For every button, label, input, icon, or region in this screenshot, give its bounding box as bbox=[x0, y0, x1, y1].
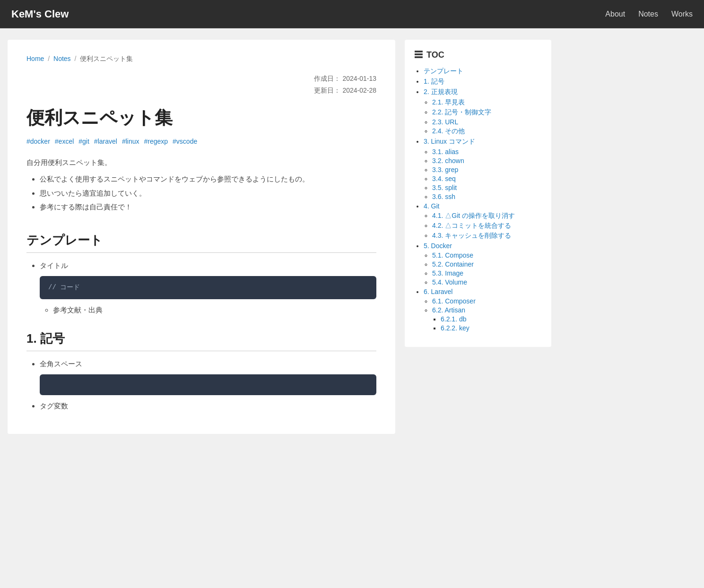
toc-sublist-linux: 3.1. alias 3.2. chown 3.3. grep 3.4. seq… bbox=[424, 148, 542, 200]
breadcrumb-sep-2: / bbox=[75, 55, 77, 62]
toc-title: ☰ TOC bbox=[414, 49, 542, 61]
breadcrumb-sep-1: / bbox=[48, 55, 50, 62]
content-card: Home / Notes / 便利スニペット集 作成日： 2024-01-13 … bbox=[8, 40, 395, 434]
tag-excel[interactable]: #excel bbox=[55, 138, 74, 145]
toc-link-laravel[interactable]: 6. Laravel bbox=[424, 288, 452, 295]
section-template-heading: テンプレート bbox=[26, 225, 376, 253]
created-label: 作成日： bbox=[314, 75, 340, 82]
toc-link-template[interactable]: テンプレート bbox=[424, 67, 463, 75]
desc-item-0: 公私でよく使用するスニペットやコマンドをウェブから参照できるようにしたもの。 bbox=[40, 173, 376, 185]
toc-list: テンプレート 1. 記号 2. 正規表現 2.1. 早見表 2.2. 記号・制御… bbox=[414, 67, 542, 332]
created-date: 作成日： 2024-01-13 bbox=[26, 73, 376, 85]
toc-item-laravel: 6. Laravel 6.1. Composer 6.2. Artisan 6.… bbox=[424, 288, 542, 332]
toc-link-docker-compose[interactable]: 5.1. Compose bbox=[432, 251, 473, 259]
kigo-item-1: タグ変数 bbox=[40, 400, 376, 412]
toc-link-laravel-composer[interactable]: 6.1. Composer bbox=[432, 297, 476, 305]
toc-link-linux-ssh[interactable]: 3.6. ssh bbox=[432, 193, 455, 200]
toc-sidebar: ☰ TOC テンプレート 1. 記号 2. 正規表現 2.1. 早見表 2.2.… bbox=[405, 40, 551, 347]
toc-item-kigo: 1. 記号 bbox=[424, 78, 542, 86]
toc-link-linux[interactable]: 3. Linux コマンド bbox=[424, 138, 475, 145]
page-title: 便利スニペット集 bbox=[26, 106, 376, 130]
tags-container: #docker #excel #git #laravel #linux #reg… bbox=[26, 138, 376, 145]
kigo-code-block bbox=[40, 374, 376, 395]
section-kigo-heading: 1. 記号 bbox=[26, 323, 376, 351]
toc-link-linux-split[interactable]: 3.5. split bbox=[432, 184, 457, 191]
toc-link-docker-container[interactable]: 5.2. Container bbox=[432, 260, 474, 268]
toc-sublist-git: 4.1. △Git の操作を取り消す 4.2. △コミットを統合する 4.3. … bbox=[424, 212, 542, 240]
updated-value: 2024-02-28 bbox=[342, 86, 376, 94]
toc-sublist-docker: 5.1. Compose 5.2. Container 5.3. Image 5… bbox=[424, 251, 542, 286]
section-template-list: タイトル // コード 参考文献・出典 bbox=[26, 259, 376, 316]
toc-sublist-laravel: 6.1. Composer 6.2. Artisan 6.2.1. db 6.2… bbox=[424, 297, 542, 332]
toc-item-linux: 3. Linux コマンド 3.1. alias 3.2. chown 3.3.… bbox=[424, 138, 542, 200]
created-value: 2024-01-13 bbox=[342, 75, 376, 82]
toc-item-regex: 2. 正規表現 2.1. 早見表 2.2. 記号・制御文字 2.3. URL 2… bbox=[424, 88, 542, 136]
toc-link-docker-volume[interactable]: 5.4. Volume bbox=[432, 278, 467, 286]
toc-link-regex-3[interactable]: 2.3. URL bbox=[432, 118, 458, 126]
breadcrumb-notes[interactable]: Notes bbox=[53, 55, 71, 62]
toc-link-laravel-artisan[interactable]: 6.2. Artisan bbox=[432, 306, 465, 314]
tag-docker[interactable]: #docker bbox=[26, 138, 50, 145]
dates-block: 作成日： 2024-01-13 更新日： 2024-02-28 bbox=[26, 73, 376, 96]
toc-link-docker[interactable]: 5. Docker bbox=[424, 242, 452, 250]
breadcrumb-home[interactable]: Home bbox=[26, 55, 44, 62]
toc-link-git-3[interactable]: 4.3. キャッシュを削除する bbox=[432, 232, 511, 239]
description-list: 公私でよく使用するスニペットやコマンドをウェブから参照できるようにしたもの。 思… bbox=[26, 173, 376, 213]
toc-sublist-regex: 2.1. 早見表 2.2. 記号・制御文字 2.3. URL 2.4. その他 bbox=[424, 98, 542, 136]
toc-link-regex-1[interactable]: 2.1. 早見表 bbox=[432, 98, 465, 106]
toc-link-regex-2[interactable]: 2.2. 記号・制御文字 bbox=[432, 108, 491, 116]
tag-git[interactable]: #git bbox=[78, 138, 89, 145]
toc-subsublist-artisan: 6.2.1. db 6.2.2. key bbox=[432, 315, 542, 332]
toc-link-linux-chown[interactable]: 3.2. chown bbox=[432, 157, 464, 164]
toc-link-git-2[interactable]: 4.2. △コミットを統合する bbox=[432, 222, 511, 229]
toc-link-git[interactable]: 4. Git bbox=[424, 202, 439, 210]
toc-link-linux-seq[interactable]: 3.4. seq bbox=[432, 175, 456, 182]
toc-icon: ☰ bbox=[414, 49, 423, 61]
nav-works[interactable]: Works bbox=[671, 10, 693, 18]
toc-item-docker: 5. Docker 5.1. Compose 5.2. Container 5.… bbox=[424, 242, 542, 286]
template-item-0: タイトル // コード 参考文献・出典 bbox=[40, 259, 376, 316]
tag-laravel[interactable]: #laravel bbox=[94, 138, 117, 145]
tag-regexp[interactable]: #regexp bbox=[144, 138, 168, 145]
toc-link-regex-4[interactable]: 2.4. その他 bbox=[432, 127, 465, 135]
tag-vscode[interactable]: #vscode bbox=[173, 138, 197, 145]
nav-about[interactable]: About bbox=[605, 10, 625, 18]
updated-date: 更新日： 2024-02-28 bbox=[26, 85, 376, 96]
toc-link-git-1[interactable]: 4.1. △Git の操作を取り消す bbox=[432, 212, 515, 219]
toc-link-regex[interactable]: 2. 正規表現 bbox=[424, 88, 458, 95]
template-sub-list: 参考文献・出典 bbox=[40, 304, 376, 316]
main-nav: About Notes Works bbox=[605, 10, 693, 18]
main-container: Home / Notes / 便利スニペット集 作成日： 2024-01-13 … bbox=[0, 28, 704, 445]
nav-notes[interactable]: Notes bbox=[638, 10, 658, 18]
breadcrumb: Home / Notes / 便利スニペット集 bbox=[26, 55, 376, 63]
toc-item-template: テンプレート bbox=[424, 67, 542, 76]
toc-link-laravel-artisan-db[interactable]: 6.2.1. db bbox=[441, 315, 467, 323]
toc-link-kigo[interactable]: 1. 記号 bbox=[424, 78, 444, 85]
template-sub-item-0: 参考文献・出典 bbox=[53, 304, 376, 316]
site-header: KeM's Clew About Notes Works bbox=[0, 0, 704, 28]
toc-link-linux-alias[interactable]: 3.1. alias bbox=[432, 148, 459, 156]
toc-link-docker-image[interactable]: 5.3. Image bbox=[432, 269, 463, 277]
template-code-block: // コード bbox=[40, 276, 376, 299]
toc-link-laravel-artisan-key[interactable]: 6.2.2. key bbox=[441, 324, 469, 332]
desc-item-1: 思いついたら適宜追加していく。 bbox=[40, 187, 376, 199]
desc-item-2: 参考にする際は自己責任で！ bbox=[40, 201, 376, 213]
section-kigo-list: 全角スペース タグ変数 bbox=[26, 358, 376, 412]
description-text: 自分用便利スニペット集。 bbox=[26, 158, 376, 167]
updated-label: 更新日： bbox=[314, 86, 340, 94]
toc-link-linux-grep[interactable]: 3.3. grep bbox=[432, 166, 458, 173]
toc-item-git: 4. Git 4.1. △Git の操作を取り消す 4.2. △コミットを統合す… bbox=[424, 202, 542, 240]
site-title: KeM's Clew bbox=[11, 8, 69, 20]
toc-title-text: TOC bbox=[426, 50, 444, 60]
tag-linux[interactable]: #linux bbox=[122, 138, 139, 145]
kigo-item-0: 全角スペース bbox=[40, 358, 376, 396]
breadcrumb-current: 便利スニペット集 bbox=[80, 55, 133, 62]
